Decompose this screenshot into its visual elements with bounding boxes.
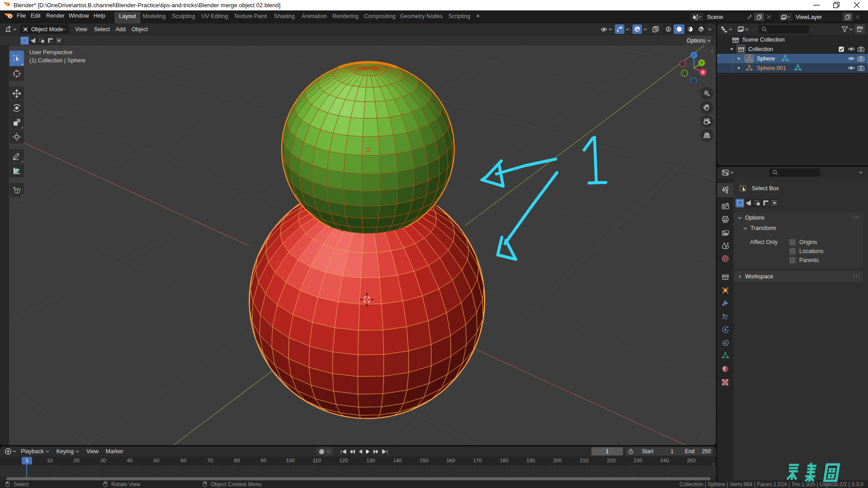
svg-text:X: X bbox=[702, 70, 705, 75]
svg-text:Z: Z bbox=[693, 52, 695, 57]
svg-text:Y: Y bbox=[700, 60, 703, 65]
